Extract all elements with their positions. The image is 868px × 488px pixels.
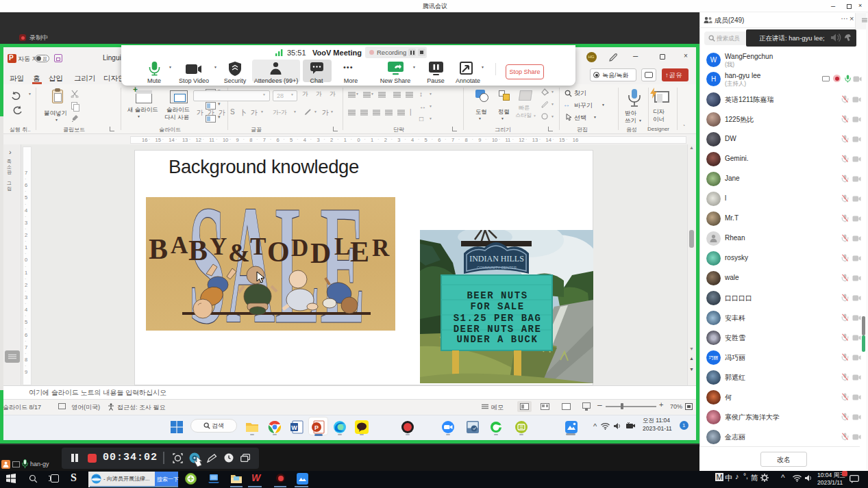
svg-text:Y: Y bbox=[210, 233, 227, 260]
svg-text:D: D bbox=[291, 235, 308, 261]
svg-text:COMMUNITY CENTER: COMMUNITY CENTER bbox=[477, 266, 517, 270]
svg-text:D: D bbox=[310, 237, 331, 269]
svg-text:BEER NUTS: BEER NUTS bbox=[467, 290, 528, 301]
svg-text:&: & bbox=[228, 238, 250, 267]
svg-text:DEER NUTS ARE: DEER NUTS ARE bbox=[454, 324, 542, 335]
svg-text:S1.25 PER BAG: S1.25 PER BAG bbox=[454, 313, 542, 324]
svg-text:FOR SALE: FOR SALE bbox=[470, 301, 524, 312]
svg-text:W: W bbox=[291, 424, 297, 431]
svg-text:L: L bbox=[334, 233, 350, 260]
svg-text:P: P bbox=[314, 424, 319, 431]
svg-text:R: R bbox=[372, 235, 390, 261]
svg-text:INDIAN HILLS: INDIAN HILLS bbox=[469, 254, 524, 264]
svg-text:O: O bbox=[267, 236, 290, 268]
svg-text:B: B bbox=[188, 235, 208, 266]
svg-text:E: E bbox=[350, 236, 369, 268]
svg-text:B: B bbox=[149, 233, 168, 265]
svg-text:UNDER A BUCK: UNDER A BUCK bbox=[457, 334, 538, 345]
svg-text:T: T bbox=[250, 233, 266, 260]
svg-text:A: A bbox=[171, 232, 188, 259]
